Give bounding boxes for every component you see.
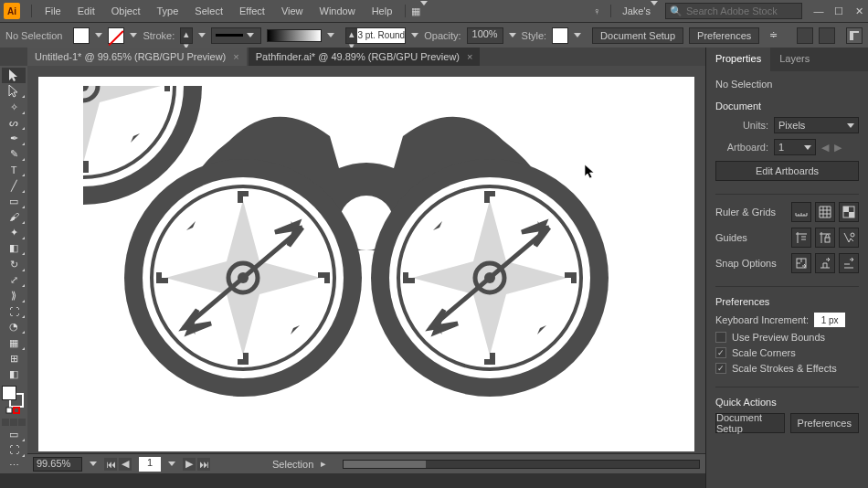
menu-help[interactable]: Help [365,2,400,20]
search-stock[interactable]: 🔍 [665,3,802,19]
perspective-grid-tool[interactable]: ▦ [2,334,26,350]
close-icon[interactable]: ✕ [853,5,864,16]
snap-grid-icon[interactable] [839,253,859,273]
selection-tool[interactable] [2,68,26,83]
line-segment-tool[interactable]: ╱ [2,177,26,193]
draw-mode[interactable]: ▭ [2,426,26,441]
menu-effect[interactable]: Effect [232,2,272,20]
align-icon[interactable]: ≑ [765,27,781,44]
preferences-button[interactable]: Preferences [689,27,759,44]
tab-properties[interactable]: Properties [706,48,770,71]
transparency-grid-icon[interactable] [839,202,859,222]
workspace-switcher[interactable]: Jake's [617,5,663,16]
curvature-tool[interactable]: ✎ [2,146,26,162]
snap-pixel-icon[interactable] [791,253,811,273]
guides-show-icon[interactable] [791,228,811,248]
menu-window[interactable]: Window [312,2,363,20]
artboard[interactable] [38,77,694,451]
gradient-tool[interactable]: ◧ [2,366,26,382]
dock-icon-2[interactable] [819,27,835,44]
menu-view[interactable]: View [274,2,311,20]
qa-document-setup-button[interactable]: Document Setup [715,413,785,433]
fill-swatch[interactable] [73,27,90,44]
tab-close-icon[interactable]: × [467,51,472,62]
units-label: Units: [715,120,768,131]
artboard-dropdown[interactable]: 1 [774,139,816,155]
use-preview-bounds-check[interactable]: Use Preview Bounds [715,332,859,343]
maximize-icon[interactable]: ☐ [833,5,844,16]
width-tool[interactable]: ⟫ [2,288,26,303]
menu-type[interactable]: Type [150,2,186,20]
edit-artboards-button[interactable]: Edit Artboards [715,161,859,181]
width-profile-input[interactable] [357,28,405,43]
eraser-tool[interactable]: ◧ [2,240,26,256]
tab-pathfinder[interactable]: Pathfinder.ai* @ 49.89% (RGB/GPU Preview… [249,48,481,66]
artboard-nav-fwd[interactable]: ▶⏭ [183,458,210,471]
guides-lock-icon[interactable] [815,228,835,248]
paintbrush-tool[interactable]: 🖌 [2,209,26,225]
artboard-label: Artboard: [715,142,768,153]
style-swatch[interactable] [552,27,568,44]
help-discover-icon[interactable]: ♀ [588,5,605,16]
qa-preferences-button[interactable]: Preferences [790,413,860,433]
stroke-profile[interactable] [211,27,261,44]
color-mode-buttons[interactable] [2,419,26,426]
artboard-number[interactable]: 1 [139,457,161,472]
keyboard-increment-input[interactable] [814,313,845,327]
shaper-tool[interactable]: ✦ [2,225,26,240]
mesh-tool[interactable]: ⊞ [2,351,26,366]
shape-builder-tool[interactable]: ◔ [2,319,26,334]
style-label: Style: [522,30,547,41]
lasso-tool[interactable]: ᔕ [2,115,26,131]
free-transform-tool[interactable]: ⛶ [2,303,26,319]
search-input[interactable] [686,5,798,16]
rotate-tool[interactable]: ↻ [2,256,26,271]
screen-mode[interactable]: ⛶ [2,442,26,458]
units-dropdown[interactable]: Pixels [774,117,859,133]
stroke-weight-stepper[interactable]: ▴▾ [180,27,193,44]
app-logo-text: Ai [7,6,16,16]
zoom-level[interactable]: 99.65% [33,457,82,472]
menu-file[interactable]: File [37,2,69,20]
stroke-variable-width[interactable]: ▴▾ [345,27,406,44]
scale-tool[interactable]: ⤢ [2,272,26,288]
fill-stroke-control[interactable] [2,386,26,406]
ruler-icon[interactable] [791,202,811,222]
menu-select[interactable]: Select [187,2,230,20]
horizontal-scrollbar[interactable] [343,460,700,469]
minimize-icon[interactable]: — [813,5,824,16]
menu-edit[interactable]: Edit [70,2,102,20]
tab-layers[interactable]: Layers [770,48,819,71]
fill-box[interactable] [2,386,16,400]
opacity-input[interactable]: 100% [467,27,503,44]
artboard-next-icon[interactable]: ▶ [834,142,842,154]
rectangle-tool[interactable]: ▭ [2,194,26,209]
artboard-prev-icon[interactable]: ◀ [821,142,829,154]
swap-fill-stroke[interactable] [2,406,26,417]
smart-guides-icon[interactable] [839,228,859,248]
app-logo: Ai [4,3,20,19]
tab-close-icon[interactable]: × [233,51,238,62]
user-label: Jake's [622,5,651,16]
snap-point-icon[interactable] [815,253,835,273]
grid-icon[interactable] [815,202,835,222]
menu-object[interactable]: Object [104,2,148,20]
artboard-nav[interactable]: ⏮◀ [104,458,132,471]
type-tool[interactable]: T [2,162,26,177]
tab-untitled[interactable]: Untitled-1* @ 99.65% (RGB/GPU Preview)× [27,48,247,66]
stroke-swatch[interactable] [108,27,124,44]
expand-panels-icon[interactable] [846,27,863,44]
document-setup-button[interactable]: Document Setup [592,27,683,44]
scale-corners-check[interactable]: ✓Scale Corners [715,347,859,358]
pen-tool[interactable]: ✒ [2,131,26,146]
dock-icon-1[interactable] [797,27,813,44]
scale-strokes-check[interactable]: ✓Scale Strokes & Effects [715,363,859,374]
edit-toolbar[interactable]: ⋯ [2,458,26,473]
status-chevron-icon[interactable]: ▸ [321,458,326,470]
no-selection-label: No Selection [715,79,859,90]
cursor-icon [585,164,596,179]
arrange-documents-icon[interactable]: ▦ [411,5,431,17]
magic-wand-tool[interactable]: ✧ [2,99,26,114]
direct-selection-tool[interactable] [2,83,26,99]
brush-definition[interactable] [267,29,322,42]
